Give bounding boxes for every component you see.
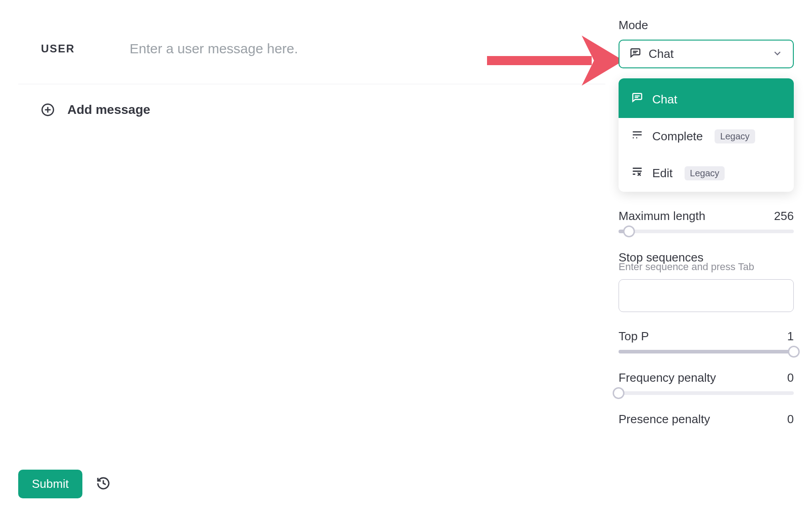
user-message-row[interactable]: USER Enter a user message here. [18,27,605,84]
submit-button[interactable]: Submit [18,470,82,498]
add-message-label: Add message [67,102,150,117]
mode-option-edit[interactable]: Edit Legacy [619,155,794,192]
user-role-label: USER [41,42,75,55]
max-length-value: 256 [774,209,794,223]
legacy-badge: Legacy [715,129,755,143]
mode-option-label: Complete [652,129,703,143]
slider-fill [619,350,794,353]
slider-thumb[interactable] [613,387,624,399]
max-length-slider[interactable] [619,230,794,233]
param-max-length: Maximum length 256 [619,209,794,233]
chevron-down-icon [772,48,783,61]
footer: Submit [18,470,111,498]
history-button[interactable] [96,476,111,492]
slider-thumb[interactable] [788,346,800,358]
presence-penalty-label: Presence penalty [619,412,710,426]
mode-label: Mode [619,18,794,32]
stop-sequences-input[interactable] [619,279,794,312]
main-panel: USER Enter a user message here. Add mess… [18,27,605,135]
top-p-slider[interactable] [619,350,794,353]
top-p-label: Top P [619,329,649,343]
user-message-placeholder: Enter a user message here. [130,41,298,56]
history-icon [96,476,111,492]
freq-penalty-value: 0 [787,371,794,385]
plus-circle-icon [41,103,55,117]
param-stop-sequences: Stop sequences Enter sequence and press … [619,251,794,312]
mode-option-chat[interactable]: Chat [619,81,794,118]
presence-penalty-value: 0 [787,412,794,426]
chat-icon [629,47,641,61]
mode-option-label: Chat [652,92,677,107]
param-presence-penalty: Presence penalty 0 [619,412,794,426]
chat-icon [631,92,643,107]
mode-dropdown-panel: Chat Complete Legacy [619,78,794,192]
edit-icon [631,166,643,181]
settings-sidebar: Mode Chat [619,18,794,433]
legacy-badge: Legacy [685,166,725,180]
top-p-value: 1 [787,329,794,343]
mode-select-value: Chat [649,47,674,61]
stop-sequences-help: Enter sequence and press Tab [619,261,794,273]
max-length-label: Maximum length [619,209,705,223]
slider-thumb[interactable] [623,225,635,237]
complete-icon [631,129,643,144]
param-top-p: Top P 1 [619,329,794,353]
freq-penalty-label: Frequency penalty [619,371,716,385]
add-message-button[interactable]: Add message [18,84,605,135]
mode-select[interactable]: Chat [619,40,794,68]
param-frequency-penalty: Frequency penalty 0 [619,371,794,395]
mode-option-label: Edit [652,166,673,180]
freq-penalty-slider[interactable] [619,391,794,395]
mode-option-complete[interactable]: Complete Legacy [619,118,794,155]
